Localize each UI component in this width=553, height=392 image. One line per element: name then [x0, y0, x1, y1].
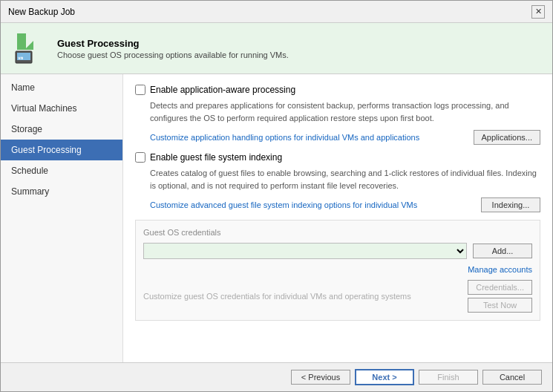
close-button[interactable]: ✕ [531, 5, 545, 19]
test-now-button[interactable]: Test Now [468, 298, 532, 313]
credentials-section-label: Guest OS credentials [143, 228, 532, 237]
manage-accounts-link[interactable]: Manage accounts [468, 265, 532, 274]
header-icon: vm [11, 30, 47, 66]
customize-creds-row: Customize guest OS credentials for indiv… [143, 280, 532, 313]
main-content: Enable application-aware processing Dete… [123, 74, 552, 362]
indexing-desc: Creates catalog of guest files to enable… [150, 167, 540, 192]
app-aware-desc: Detects and prepares applications for co… [150, 99, 540, 124]
header-banner: vm Guest Processing Choose guest OS proc… [1, 23, 552, 74]
indexing-checkbox-row: Enable guest file system indexing [135, 152, 540, 163]
credentials-button[interactable]: Credentials... [468, 280, 532, 295]
app-aware-checkbox[interactable] [135, 85, 145, 95]
next-button[interactable]: Next > [355, 369, 414, 385]
header-description: Choose guest OS processing options avail… [57, 50, 289, 59]
header-title: Guest Processing [57, 38, 289, 49]
sidebar-item-storage[interactable]: Storage [1, 119, 122, 140]
indexing-link-row: Customize advanced guest file system ind… [150, 197, 540, 212]
previous-button[interactable]: < Previous [291, 370, 350, 385]
indexing-label: Enable guest file system indexing [150, 152, 282, 163]
window-title: New Backup Job [8, 7, 75, 17]
add-button[interactable]: Add... [473, 244, 532, 258]
customize-creds-text: Customize guest OS credentials for indiv… [143, 292, 468, 301]
svg-marker-0 [17, 33, 33, 50]
footer: < Previous Next > Finish Cancel [1, 362, 552, 391]
sidebar-item-guest-processing[interactable]: Guest Processing [1, 140, 122, 160]
app-aware-section: Enable application-aware processing Dete… [135, 85, 540, 145]
indexing-checkbox[interactable] [135, 152, 145, 163]
manage-accounts-row: Manage accounts [143, 265, 532, 274]
sidebar-item-schedule[interactable]: Schedule [1, 160, 122, 181]
finish-button[interactable]: Finish [419, 370, 478, 385]
main-window: New Backup Job ✕ vm Guest Processing Cho… [0, 0, 553, 392]
sidebar-item-summary[interactable]: Summary [1, 181, 122, 202]
sidebar: Name Virtual Machines Storage Guest Proc… [1, 74, 123, 362]
app-aware-checkbox-row: Enable application-aware processing [135, 85, 540, 95]
credentials-select[interactable] [143, 243, 467, 259]
body: Name Virtual Machines Storage Guest Proc… [1, 74, 552, 362]
indexing-link[interactable]: Customize advanced guest file system ind… [150, 200, 417, 209]
title-bar: New Backup Job ✕ [1, 1, 552, 23]
sidebar-item-virtual-machines[interactable]: Virtual Machines [1, 98, 122, 119]
app-aware-link-row: Customize application handling options f… [150, 130, 540, 145]
header-text: Guest Processing Choose guest OS process… [57, 38, 289, 59]
applications-button[interactable]: Applications... [474, 130, 540, 145]
app-aware-label: Enable application-aware processing [150, 85, 295, 95]
cancel-button[interactable]: Cancel [482, 370, 542, 385]
sidebar-item-name[interactable]: Name [1, 77, 122, 98]
app-aware-link[interactable]: Customize application handling options f… [150, 133, 419, 142]
credentials-section: Guest OS credentials Add... Manage accou… [135, 220, 540, 321]
svg-text:vm: vm [18, 55, 24, 60]
credentials-row: Add... [143, 243, 532, 259]
indexing-button[interactable]: Indexing... [481, 197, 540, 212]
indexing-section: Enable guest file system indexing Create… [135, 152, 540, 212]
